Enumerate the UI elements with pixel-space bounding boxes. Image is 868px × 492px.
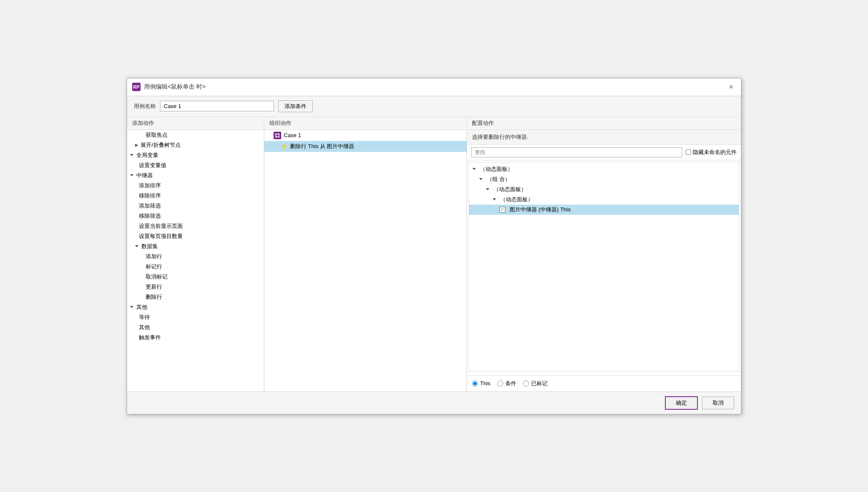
title-bar-left: RP 用例编辑<鼠标单击 时> xyxy=(132,83,206,91)
radio-row: This 条件 已标记 xyxy=(467,375,741,392)
radio-circle-condition xyxy=(497,381,503,387)
app-icon: RP xyxy=(132,83,141,91)
list-item[interactable]: 中继器 xyxy=(127,170,264,181)
panels-header: 添加动作 组织动作 配置动作 xyxy=(127,117,741,130)
leaf-icon xyxy=(137,132,144,138)
radio-condition[interactable]: 条件 xyxy=(497,380,516,387)
list-item[interactable]: 标记行 xyxy=(127,262,264,272)
expand-icon xyxy=(134,243,140,249)
add-condition-button[interactable]: 添加条件 xyxy=(278,100,313,112)
list-item[interactable]: 数据集 xyxy=(127,241,264,251)
case-icon xyxy=(274,132,281,139)
radio-circle-this xyxy=(472,381,478,387)
confirm-button[interactable]: 确定 xyxy=(665,396,698,410)
expand-icon xyxy=(129,304,135,310)
expand-icon: ▶ xyxy=(134,142,140,148)
cancel-button[interactable]: 取消 xyxy=(702,397,734,409)
action-label: 删除行 This 从 图片中继器 xyxy=(290,143,354,150)
list-item[interactable]: 设置每页项目数量 xyxy=(127,231,264,241)
hide-unnamed-label: 隐藏未命名的元件 xyxy=(693,149,737,156)
list-item[interactable]: 取消标记 xyxy=(127,272,264,282)
list-item[interactable]: 触发事件 xyxy=(127,333,264,343)
middle-panel: Case 1 ⚡ 删除行 This 从 图片中继器 xyxy=(264,130,467,392)
list-item[interactable]: 添加行 xyxy=(127,251,264,262)
list-item[interactable]: 设置变量值 xyxy=(127,160,264,170)
case-name-row: 用例名称 添加条件 xyxy=(127,96,741,117)
config-tree-item-selected[interactable]: 图片中继器 (中继器) This xyxy=(469,205,739,215)
config-tree-item[interactable]: （组 合） xyxy=(469,174,739,184)
radio-this[interactable]: This xyxy=(472,380,491,387)
tri-down-icon xyxy=(486,188,489,190)
list-item[interactable]: 添加排序 xyxy=(127,181,264,191)
radio-marked[interactable]: 已标记 xyxy=(523,380,548,387)
right-panel: 选择要删除行的中继器. 隐藏未命名的元件 （动态面板） （组 合） xyxy=(467,130,741,392)
list-item[interactable]: 其他 xyxy=(127,322,264,333)
left-panel-header: 添加动作 xyxy=(127,117,264,130)
list-item[interactable]: 更新行 xyxy=(127,282,264,292)
middle-panel-header: 组织动作 xyxy=(264,117,467,130)
tri-down-icon xyxy=(493,198,496,200)
config-tree-item[interactable]: （动态面板） xyxy=(469,184,739,195)
action-item[interactable]: ⚡ 删除行 This 从 图片中继器 xyxy=(264,141,467,152)
case-icon-svg xyxy=(275,133,280,138)
content-panels: 获取焦点 ▶ 展开/折叠树节点 全局变量 设置变量值 xyxy=(127,130,741,392)
close-button[interactable]: × xyxy=(726,82,736,92)
hide-unnamed-checkbox[interactable] xyxy=(686,149,691,155)
left-tree-container[interactable]: 获取焦点 ▶ 展开/折叠树节点 全局变量 设置变量值 xyxy=(127,130,264,392)
case-label: Case 1 xyxy=(284,132,301,138)
dialog-title: 用例编辑<鼠标单击 时> xyxy=(144,83,206,91)
main-dialog: RP 用例编辑<鼠标单击 时> × 用例名称 添加条件 添加动作 组织动作 配置… xyxy=(127,78,741,414)
list-item[interactable]: 其他 xyxy=(127,302,264,312)
expand-icon xyxy=(129,173,135,178)
left-panel: 获取焦点 ▶ 展开/折叠树节点 全局变量 设置变量值 xyxy=(127,130,264,392)
config-tree-item[interactable]: （动态面板） xyxy=(469,164,739,174)
config-tree-item[interactable]: （动态面板） xyxy=(469,195,739,205)
config-tree[interactable]: （动态面板） （组 合） （动态面板） （动态面板） xyxy=(469,162,739,372)
lightning-icon: ⚡ xyxy=(280,143,288,150)
title-bar: RP 用例编辑<鼠标单击 时> × xyxy=(127,78,741,96)
list-item[interactable]: 添加筛选 xyxy=(127,201,264,211)
radio-circle-marked xyxy=(523,381,529,387)
list-item[interactable]: 获取焦点 xyxy=(127,130,264,140)
case-name-input[interactable] xyxy=(160,101,274,111)
tri-down-icon xyxy=(472,168,476,170)
search-input[interactable] xyxy=(471,147,682,157)
config-sub-header: 选择要删除行的中继器. xyxy=(467,130,741,145)
case-name-label: 用例名称 xyxy=(134,103,156,110)
config-search-row: 隐藏未命名的元件 xyxy=(467,145,741,160)
list-item[interactable]: 删除行 xyxy=(127,292,264,302)
relay-checkbox[interactable] xyxy=(499,207,505,213)
tri-down-icon xyxy=(479,178,483,180)
expand-icon xyxy=(129,152,135,158)
list-item[interactable]: ▶ 展开/折叠树节点 xyxy=(127,140,264,150)
right-panel-header: 配置动作 xyxy=(467,117,741,130)
footer: 确定 取消 xyxy=(127,392,741,414)
hide-unnamed-row: 隐藏未命名的元件 xyxy=(686,149,737,156)
list-item[interactable]: 全局变量 xyxy=(127,150,264,160)
case-row: Case 1 xyxy=(264,130,467,141)
list-item[interactable]: 移除筛选 xyxy=(127,211,264,221)
list-item[interactable]: 等待 xyxy=(127,312,264,322)
list-item[interactable]: 设置当前显示页面 xyxy=(127,221,264,231)
list-item[interactable]: 移除排序 xyxy=(127,191,264,201)
